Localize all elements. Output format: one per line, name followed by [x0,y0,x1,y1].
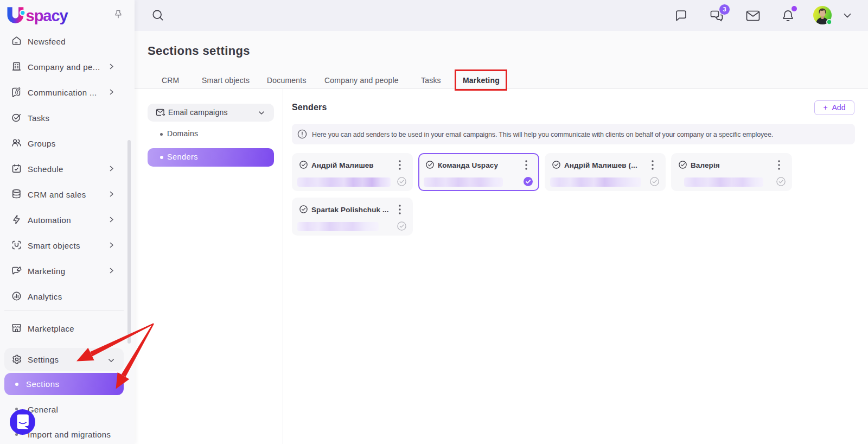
svg-text:spacy: spacy [26,7,68,24]
